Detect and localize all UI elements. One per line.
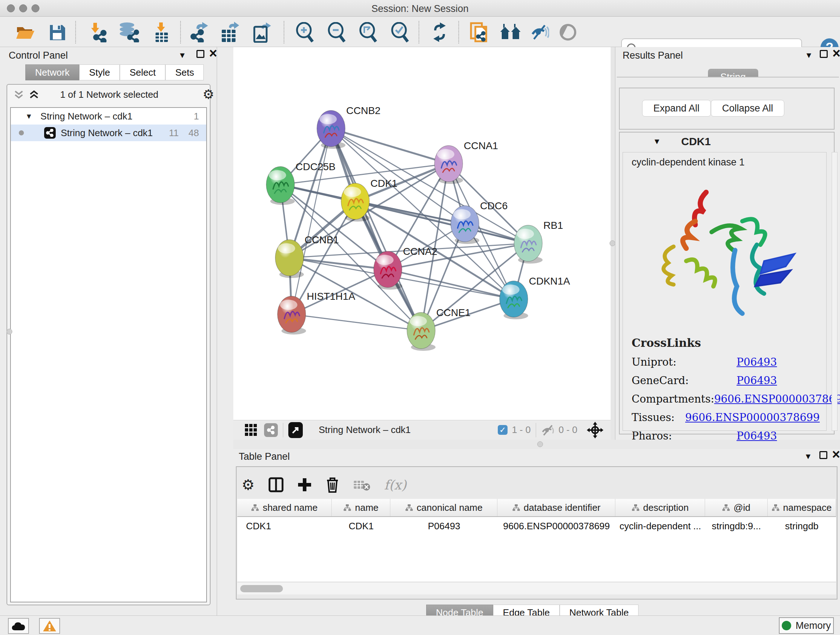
results-panel-float-icon[interactable]	[820, 50, 828, 58]
table-options-gear-icon[interactable]: ⚙	[242, 477, 255, 493]
network-node-cdc6[interactable]: CDC6	[451, 200, 508, 244]
table-cell[interactable]: CDK1	[332, 517, 390, 535]
network-edge[interactable]	[331, 128, 448, 164]
crosslink-link[interactable]: P06493	[737, 356, 777, 368]
results-scrollbar[interactable]	[832, 152, 837, 431]
crosslink-link[interactable]: P06493	[737, 374, 777, 386]
show-columns-icon[interactable]	[268, 477, 284, 493]
string-view-icon[interactable]	[264, 423, 278, 437]
clone-network-button[interactable]	[469, 22, 490, 43]
table-row[interactable]: CDK1CDK1P064939606.ENSP00000378699cyclin…	[237, 517, 836, 535]
network-node-cdc25b[interactable]: CDC25B	[266, 161, 335, 205]
gene-section-collapse-triangle[interactable]: ▼	[653, 137, 661, 146]
import-network-database-button[interactable]	[118, 22, 139, 43]
right-splitter-handle[interactable]	[609, 241, 615, 246]
toolbar-separator	[284, 21, 284, 43]
table-header-row: shared namenamecanonical namedatabase id…	[237, 499, 836, 517]
column-header-namespace[interactable]: namespace	[767, 499, 836, 516]
export-network-button[interactable]	[189, 22, 210, 43]
results-panel-menu-icon[interactable]: ▼	[805, 51, 813, 60]
control-panel-menu-icon[interactable]: ▼	[178, 51, 186, 60]
zoom-in-button[interactable]	[294, 22, 315, 43]
table-panel-menu-icon[interactable]: ▼	[804, 452, 812, 461]
column-type-icon	[343, 504, 351, 511]
import-table-file-button[interactable]	[151, 22, 172, 43]
show-hidden-button[interactable]	[557, 22, 578, 43]
network-row[interactable]: String Network – cdk1 11 48	[11, 125, 206, 141]
export-image-icon	[252, 22, 271, 43]
tab-network[interactable]: Network	[25, 65, 79, 80]
export-table-button[interactable]	[219, 22, 240, 43]
selected-count-checkbox-icon[interactable]: ✓	[498, 425, 508, 435]
column-header-name[interactable]: name	[332, 499, 390, 516]
column-header-description[interactable]: description	[615, 499, 705, 516]
delete-column-icon[interactable]	[325, 477, 339, 493]
zoom-fit-button[interactable]	[357, 22, 378, 43]
control-panel-close-icon[interactable]: ×	[209, 49, 217, 57]
table-horizontal-scrollbar[interactable]	[237, 582, 836, 594]
column-header-canonical-name[interactable]: canonical name	[390, 499, 497, 516]
table-panel-close-icon[interactable]: ×	[832, 450, 840, 458]
warning-status-button[interactable]	[39, 618, 60, 634]
table-cell[interactable]: stringdb:9...	[705, 517, 767, 535]
zoom-out-button[interactable]	[326, 22, 347, 43]
delete-table-icon[interactable]	[353, 478, 370, 492]
results-panel-close-icon[interactable]: ×	[832, 49, 840, 57]
network-edge[interactable]	[292, 128, 331, 314]
table-cell[interactable]: stringdb	[767, 517, 836, 535]
refresh-icon	[431, 22, 448, 42]
memory-button[interactable]: Memory	[779, 617, 834, 634]
network-node-ccna1[interactable]: CCNA1	[434, 140, 498, 184]
detach-view-icon[interactable]	[288, 422, 303, 438]
table-cell[interactable]: P06493	[391, 517, 498, 535]
network-collection-row[interactable]: ▼ String Network – cdk1 1	[11, 108, 206, 125]
column-header-database-identifier[interactable]: database identifier	[497, 499, 615, 516]
birdseye-toggle-icon[interactable]	[586, 421, 604, 439]
save-session-button[interactable]	[47, 22, 68, 43]
tab-style[interactable]: Style	[79, 65, 120, 80]
zoom-selected-button[interactable]	[389, 22, 410, 43]
expand-all-button[interactable]: Expand All	[642, 100, 711, 117]
table-cell[interactable]: 9606.ENSP00000378699	[497, 517, 615, 535]
network-node-cdkn1a[interactable]: CDKN1A	[500, 276, 570, 319]
left-splitter-handle[interactable]	[6, 329, 12, 334]
network-canvas[interactable]: CCNB2CCNA1CDC25BCDK1CDC6RB1CCNB1CCNA2CDK…	[233, 47, 611, 420]
show-all-nodes-button[interactable]	[500, 22, 521, 43]
crosslink-link[interactable]: P06493	[737, 430, 777, 442]
network-edge[interactable]	[292, 314, 421, 331]
cloud-status-button[interactable]	[8, 618, 29, 634]
network-options-gear-icon[interactable]: ⚙	[202, 87, 214, 102]
network-edge[interactable]	[388, 269, 514, 299]
table-scrollbar-thumb[interactable]	[240, 585, 283, 592]
network-node-ccnb2[interactable]: CCNB2	[317, 105, 381, 149]
eye-slash-icon	[531, 23, 549, 41]
table-cell[interactable]: cyclin-dependent ...	[615, 517, 705, 535]
network-node-ccnb1[interactable]: CCNB1	[275, 234, 339, 278]
network-node-rb1[interactable]: RB1	[514, 220, 563, 264]
export-image-button[interactable]	[251, 22, 272, 43]
hide-selected-button[interactable]	[529, 22, 550, 43]
import-network-file-button[interactable]	[87, 22, 108, 43]
network-node-hist1h1a[interactable]: HIST1H1A	[278, 291, 355, 334]
add-column-icon[interactable]	[297, 478, 312, 492]
open-session-button[interactable]	[15, 22, 36, 43]
tab-select[interactable]: Select	[120, 65, 165, 80]
crosslink-label: Compartments:	[632, 393, 714, 405]
table-panel-float-icon[interactable]	[819, 451, 827, 459]
function-builder-icon[interactable]: f(x)	[384, 478, 407, 492]
collapse-all-button[interactable]: Collapse All	[711, 100, 784, 117]
control-panel-float-icon[interactable]	[196, 50, 204, 58]
grid-view-icon[interactable]	[245, 424, 257, 436]
crosslink-link[interactable]: 9606.ENSP00000378699	[685, 411, 820, 424]
collection-expand-triangle[interactable]: ▼	[25, 112, 33, 120]
column-header-shared-name[interactable]: shared name	[237, 499, 332, 516]
column-header-@id[interactable]: @id	[705, 499, 767, 516]
horizontal-splitter-handle[interactable]	[537, 441, 543, 447]
refresh-button[interactable]	[429, 22, 450, 43]
selected-counts: 1 - 0	[512, 424, 531, 435]
network-node-ccne1[interactable]: CCNE1	[407, 307, 471, 351]
crosslink-link[interactable]: 9606.ENSP00000378699	[714, 393, 840, 405]
tab-sets[interactable]: Sets	[165, 65, 204, 80]
table-cell[interactable]: CDK1	[237, 517, 332, 535]
network-edge[interactable]	[289, 258, 388, 269]
